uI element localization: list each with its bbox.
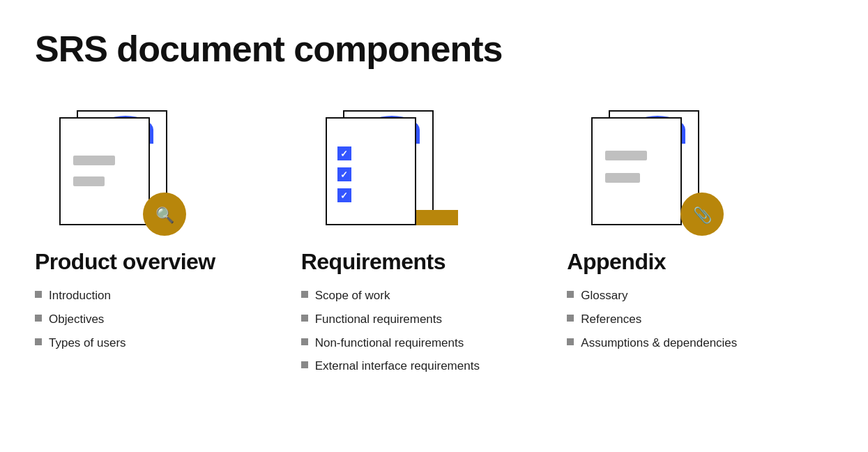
paperclip-icon	[693, 204, 712, 225]
bullet-icon	[301, 315, 308, 322]
list-item: Introduction	[35, 287, 287, 304]
bullet-icon	[567, 338, 574, 345]
list-item-label: Objectives	[49, 311, 104, 328]
bullet-icon	[35, 338, 42, 345]
checkbox-box: ✓	[337, 188, 351, 202]
search-icon	[155, 204, 174, 225]
checkbox-3: ✓	[337, 188, 351, 202]
list-item-label: Non-functional requirements	[315, 335, 464, 352]
checkbox-2: ✓	[337, 167, 351, 181]
checkbox-1: ✓	[337, 146, 351, 160]
appendix-list: Glossary References Assumptions & depend…	[567, 287, 819, 351]
column-requirements: ✓ ✓ ✓ Requirements Scope of work	[301, 103, 568, 375]
bullet-icon	[35, 291, 42, 298]
gold-circle-paperclip	[680, 193, 724, 236]
bullet-icon	[301, 338, 308, 345]
check-icon: ✓	[340, 149, 348, 159]
product-overview-list: Introduction Objectives Types of users	[35, 287, 287, 351]
list-item: External interface requirements	[301, 358, 554, 375]
bullet-icon	[301, 291, 308, 298]
illustration-product-overview	[35, 103, 174, 232]
list-item: Types of users	[35, 335, 287, 352]
column-appendix: Appendix Glossary References Assumptions…	[567, 103, 833, 351]
section-title-product: Product overview	[35, 249, 287, 275]
list-item-label: References	[581, 311, 641, 328]
list-item: Non-functional requirements	[301, 335, 554, 352]
illustration-requirements: ✓ ✓ ✓	[301, 103, 441, 232]
list-item: Scope of work	[301, 287, 554, 304]
list-item-label: Introduction	[49, 287, 111, 304]
check-icon: ✓	[340, 190, 348, 201]
list-item-label: Scope of work	[315, 287, 390, 304]
section-title-requirements: Requirements	[301, 249, 554, 275]
list-item: References	[567, 311, 819, 328]
doc-front	[59, 117, 150, 225]
check-icon: ✓	[340, 170, 348, 180]
bullet-icon	[35, 315, 42, 322]
column-product-overview: Product overview Introduction Objectives…	[35, 103, 301, 351]
section-title-appendix: Appendix	[567, 249, 819, 275]
list-item: Functional requirements	[301, 311, 554, 328]
page-title: SRS document components	[35, 28, 833, 70]
gray-line-2	[605, 173, 640, 183]
list-item: Objectives	[35, 311, 287, 328]
bullet-icon	[567, 291, 574, 298]
gray-line-2	[73, 176, 105, 186]
bullet-icon	[301, 361, 308, 368]
gold-circle-search	[143, 193, 186, 236]
list-item-label: Glossary	[581, 287, 627, 304]
gray-line-1	[605, 151, 647, 160]
list-item-label: Functional requirements	[315, 311, 442, 328]
list-item-label: Assumptions & dependencies	[581, 335, 737, 352]
list-item-label: External interface requirements	[315, 358, 480, 375]
checkbox-box: ✓	[337, 167, 351, 181]
illustration-appendix	[567, 103, 706, 232]
doc-front	[591, 117, 682, 225]
columns-container: Product overview Introduction Objectives…	[35, 103, 833, 375]
gray-line-1	[73, 156, 115, 165]
bullet-icon	[567, 315, 574, 322]
list-item-label: Types of users	[49, 335, 126, 352]
list-item: Assumptions & dependencies	[567, 335, 819, 352]
gold-rectangle	[416, 210, 458, 225]
requirements-list: Scope of work Functional requirements No…	[301, 287, 554, 375]
checkbox-box: ✓	[337, 146, 351, 160]
list-item: Glossary	[567, 287, 819, 304]
